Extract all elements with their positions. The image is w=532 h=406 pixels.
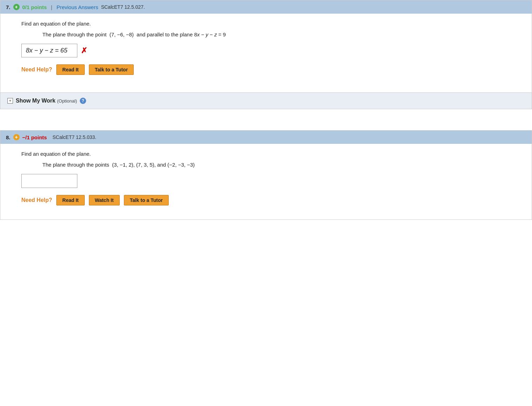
q8-read-it-button[interactable]: Read It	[56, 195, 85, 205]
question-8-header: 8. + −/1 points SCalcET7 12.5.033.	[0, 131, 532, 144]
page-wrapper: 7. + 0/1 points | Previous Answers SCalc…	[0, 0, 532, 220]
question-8-instruction: Find an equation of the plane.	[21, 151, 525, 157]
question-8-number: 8.	[6, 134, 10, 140]
question-8-need-help-label: Need Help?	[21, 197, 52, 203]
q8-talk-to-tutor-button[interactable]: Talk to a Tutor	[124, 195, 169, 205]
question-7-ref: SCalcET7 12.5.027.	[101, 4, 145, 10]
question-7-header: 7. + 0/1 points | Previous Answers SCalc…	[0, 0, 532, 14]
show-my-work-label: Show My Work (Optional)	[16, 98, 77, 104]
q7-separator: |	[51, 4, 52, 10]
question-7-answer-row: 8x − y − z = 65 ✗	[21, 44, 525, 57]
smw-help-icon[interactable]: ?	[80, 98, 86, 104]
question-8-answer-row	[21, 174, 525, 188]
question-8-body: Find an equation of the plane. The plane…	[0, 144, 532, 219]
question-7-body: Find an equation of the plane. The plane…	[0, 14, 532, 89]
question-7-need-help-label: Need Help?	[21, 66, 52, 73]
question-7-need-help-row: Need Help? Read It Talk to a Tutor	[21, 64, 525, 75]
q8-status-icon: +	[13, 134, 20, 140]
question-8-block: 8. + −/1 points SCalcET7 12.5.033. Find …	[0, 130, 532, 220]
q8-watch-it-button[interactable]: Watch It	[89, 195, 120, 205]
expand-icon[interactable]: +	[7, 98, 13, 104]
question-7-block: 7. + 0/1 points | Previous Answers SCalc…	[0, 0, 532, 109]
question-8-ref: SCalcET7 12.5.033.	[52, 134, 96, 140]
q7-talk-to-tutor-button[interactable]: Talk to a Tutor	[89, 64, 134, 75]
question-7-number: 7.	[6, 4, 10, 10]
question-7-answer-box: 8x − y − z = 65	[21, 44, 77, 57]
question-8-need-help-row: Need Help? Read It Watch It Talk to a Tu…	[21, 195, 525, 205]
question-8-score: −/1 points	[22, 134, 47, 140]
question-8-subtext: The plane through the points (3, −1, 2),…	[42, 162, 525, 168]
question-7-instruction: Find an equation of the plane.	[21, 21, 525, 27]
wrong-icon: ✗	[81, 46, 87, 55]
show-my-work-section[interactable]: + Show My Work (Optional) ?	[0, 92, 532, 109]
q7-status-icon: +	[13, 4, 20, 10]
question-7-subtext: The plane through the point (7, −6, −8) …	[42, 31, 525, 37]
question-7-score: 0/1 points	[22, 4, 47, 10]
show-my-work-optional: (Optional)	[57, 98, 77, 104]
previous-answers-link[interactable]: Previous Answers	[56, 4, 98, 10]
q7-read-it-button[interactable]: Read It	[56, 64, 85, 75]
question-8-answer-input[interactable]	[21, 174, 77, 188]
spacer	[0, 120, 532, 130]
